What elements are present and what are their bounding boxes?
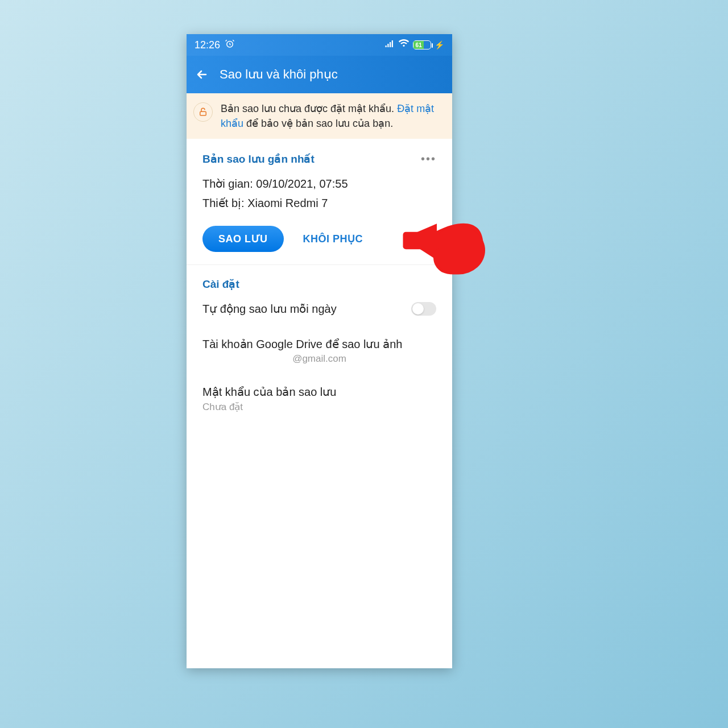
- alarm-icon: [225, 39, 235, 52]
- restore-button[interactable]: KHÔI PHỤC: [303, 233, 363, 245]
- status-bar: 12:26 61 ⚡: [187, 34, 452, 56]
- backup-button[interactable]: SAO LƯU: [202, 226, 284, 252]
- backup-password-row[interactable]: Mật khẩu của bản sao lưu Chưa đặt: [202, 375, 436, 423]
- svg-rect-3: [403, 232, 440, 250]
- gdrive-account: @gmail.com: [202, 353, 436, 365]
- unlock-icon: [193, 102, 213, 122]
- password-warning-banner: Bản sao lưu chưa được đặt mật khẩu. Đặt …: [187, 93, 452, 139]
- gdrive-row[interactable]: Tài khoản Google Drive để sao lưu ảnh @g…: [202, 327, 436, 375]
- auto-backup-row[interactable]: Tự động sao lưu mỗi ngày: [202, 291, 436, 327]
- svg-point-2: [432, 226, 486, 275]
- back-icon[interactable]: [195, 67, 209, 82]
- battery-icon: 61: [413, 40, 431, 49]
- warning-text: Bản sao lưu chưa được đặt mật khẩu. Đặt …: [221, 101, 442, 131]
- backup-time: Thời gian: 09/10/2021, 07:55: [202, 177, 436, 191]
- more-icon[interactable]: •••: [421, 152, 436, 166]
- warning-text-after: để bảo vệ bản sao lưu của bạn.: [243, 118, 393, 129]
- phone-frame: 12:26 61 ⚡ Sao lưu và khôi phục: [187, 34, 452, 668]
- backup-password-label: Mật khẩu của bản sao lưu: [202, 385, 436, 399]
- status-time: 12:26: [195, 39, 220, 51]
- signal-icon: [384, 39, 395, 52]
- backup-password-status: Chưa đặt: [202, 401, 436, 413]
- app-bar: Sao lưu và khôi phục: [187, 56, 452, 93]
- auto-backup-toggle[interactable]: [411, 302, 436, 316]
- charging-icon: ⚡: [435, 40, 444, 49]
- wifi-icon: [398, 38, 410, 52]
- warning-text-before: Bản sao lưu chưa được đặt mật khẩu.: [221, 103, 397, 114]
- battery-percentage: 61: [413, 41, 424, 49]
- settings-section: Cài đặt Tự động sao lưu mỗi ngày Tài kho…: [187, 265, 452, 436]
- gdrive-label: Tài khoản Google Drive để sao lưu ảnh: [202, 337, 436, 351]
- svg-rect-1: [200, 111, 206, 115]
- auto-backup-label: Tự động sao lưu mỗi ngày: [202, 302, 337, 316]
- recent-backup-label: Bản sao lưu gần nhất: [202, 152, 315, 166]
- pointing-hand-annotation: [398, 192, 495, 289]
- page-title: Sao lưu và khôi phục: [220, 67, 338, 82]
